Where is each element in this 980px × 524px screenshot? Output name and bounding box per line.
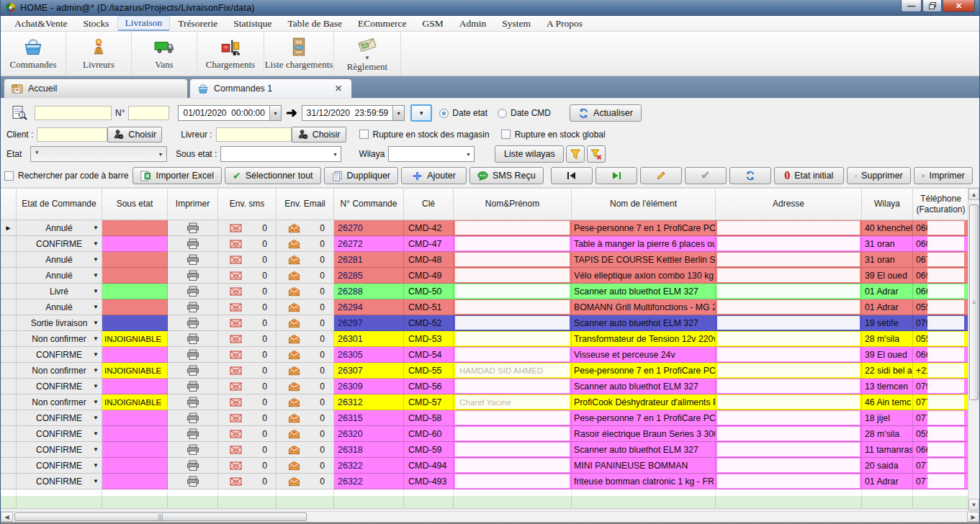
table-row[interactable]: CONFIRME▼0026305CMD-54Visseuse et perceu… (1, 347, 979, 363)
filter-icon[interactable] (566, 145, 585, 163)
importer-excel-button[interactable]: Importer Excel (132, 167, 222, 184)
etat-dropdown-cell[interactable]: CONFIRME▼ (17, 236, 102, 252)
etat-dropdown-cell[interactable]: CONFIRME▼ (17, 426, 102, 442)
imprimer-cell[interactable] (168, 299, 218, 315)
horizontal-scroll-thumb[interactable]: ||| (14, 512, 307, 521)
sms-envelope-icon[interactable] (230, 397, 242, 407)
printer-icon[interactable] (186, 254, 199, 265)
toolbar-button-chargements[interactable]: Chargements (197, 32, 264, 76)
table-row[interactable]: Non confirmer▼INJOIGNIABLE0026307CMD-55H… (1, 363, 979, 379)
env-sms-cell[interactable]: 0 (218, 442, 277, 458)
printer-icon[interactable] (186, 412, 199, 423)
env-email-cell[interactable]: 0 (277, 394, 334, 410)
env-email-cell[interactable]: 0 (277, 458, 334, 474)
rupture-global-checkbox[interactable]: Rupture en stock global (501, 130, 606, 140)
table-row[interactable]: Sortie livraison▼0026297CMD-52Scanner au… (1, 315, 979, 331)
email-envelope-icon[interactable] (288, 397, 301, 407)
menu-item-statistque[interactable]: Statistque (225, 17, 279, 31)
etat-dropdown-cell[interactable]: Annulé▼ (17, 220, 102, 236)
email-envelope-icon[interactable] (288, 302, 301, 312)
etat-dropdown-cell[interactable]: CONFIRME▼ (17, 410, 102, 426)
tab-accueil[interactable]: Accueil (4, 78, 188, 98)
env-sms-cell[interactable]: 0 (218, 315, 277, 331)
printer-icon[interactable] (186, 222, 199, 233)
printer-icon[interactable] (186, 365, 199, 376)
email-envelope-icon[interactable] (288, 239, 301, 249)
menu-item-gsm[interactable]: GSM (415, 17, 451, 31)
imprimer-cell[interactable] (168, 379, 218, 394)
printer-icon[interactable] (186, 381, 199, 392)
env-sms-cell[interactable]: 0 (218, 220, 277, 236)
column-header-sous-etat[interactable]: Sous etat (102, 189, 168, 220)
printer-icon[interactable] (186, 317, 199, 328)
sms-envelope-icon[interactable] (230, 286, 242, 297)
etat-dropdown-cell[interactable]: CONFIRME▼ (17, 379, 102, 394)
email-envelope-icon[interactable] (288, 366, 301, 376)
env-email-cell[interactable]: 0 (277, 379, 334, 394)
sms-envelope-icon[interactable] (230, 381, 242, 392)
liste-wilayas-button[interactable]: Liste wilayas (495, 145, 564, 163)
rupture-magasin-checkbox[interactable]: Rupture en stock des magasin (359, 130, 490, 140)
etat-dropdown-cell[interactable]: Annulé▼ (17, 268, 102, 284)
refresh-button[interactable] (729, 167, 771, 184)
env-sms-cell[interactable]: 0 (218, 426, 277, 442)
printer-icon[interactable] (186, 428, 199, 439)
imprimer-cell[interactable] (168, 268, 218, 284)
table-row[interactable]: Livré▼0026288CMD-50Scanner auto bluethot… (1, 284, 979, 299)
menu-item-stocks[interactable]: Stocks (75, 17, 117, 31)
date-to-picker[interactable]: 31/12/2020 23:59:59 ▼ (302, 105, 405, 121)
etat-dropdown-cell[interactable]: Livré▼ (17, 284, 102, 299)
sms-envelope-icon[interactable] (230, 413, 242, 423)
printer-icon[interactable] (186, 476, 199, 487)
menu-item-achat-vente[interactable]: Achat&Vente (6, 17, 75, 31)
env-sms-cell[interactable]: 0 (218, 394, 277, 410)
env-sms-cell[interactable]: 0 (218, 284, 277, 299)
etat-dropdown-cell[interactable]: CONFIRME▼ (17, 442, 102, 458)
sms-envelope-icon[interactable] (230, 223, 242, 233)
column-header-nom-pr-nom[interactable]: Nom&Prénom (454, 189, 572, 220)
env-email-cell[interactable]: 0 (277, 347, 334, 363)
sms-envelope-icon[interactable] (230, 461, 242, 471)
table-row[interactable]: CONFIRME▼0026315CMD-58Pese-personne 7 en… (1, 410, 979, 426)
menu-item-admin[interactable]: Admin (451, 17, 495, 31)
validate-button[interactable]: ✔ (685, 167, 727, 184)
client-input[interactable] (37, 127, 107, 142)
sms-envelope-icon[interactable] (230, 318, 242, 328)
table-row[interactable]: Non confirmer▼INJOIGNIABLE0026301CMD-53T… (1, 331, 979, 347)
tab-commandes-1[interactable]: Commandes 1 ✕ (189, 78, 352, 98)
printer-icon[interactable] (186, 460, 199, 471)
column-header-imprimer[interactable]: Imprimer (168, 189, 218, 220)
printer-icon[interactable] (186, 302, 199, 312)
etat-dropdown-cell[interactable]: CONFIRME▼ (17, 347, 102, 363)
etat-dropdown-cell[interactable]: Non confirmer▼ (17, 331, 102, 347)
menu-item-table-de-base[interactable]: Table de Base (280, 17, 351, 31)
sms-envelope-icon[interactable] (230, 334, 242, 344)
email-envelope-icon[interactable] (288, 429, 301, 439)
email-envelope-icon[interactable] (288, 271, 301, 281)
env-email-cell[interactable]: 0 (277, 442, 334, 458)
env-email-cell[interactable]: 0 (277, 236, 334, 252)
env-email-cell[interactable]: 0 (277, 331, 334, 347)
printer-icon[interactable] (186, 444, 199, 455)
sous-etat-combobox[interactable]: ▼ (220, 146, 341, 162)
minimize-button[interactable]: — (901, 0, 922, 12)
email-envelope-icon[interactable] (288, 476, 301, 487)
imprimer-cell[interactable] (168, 474, 218, 489)
env-sms-cell[interactable]: 0 (218, 379, 277, 394)
selectionner-tout-button[interactable]: ✔Sélectionner tout (225, 167, 321, 184)
first-record-button[interactable] (551, 167, 593, 184)
printer-icon[interactable] (186, 286, 199, 297)
imprimer-cell[interactable] (168, 442, 218, 458)
imprimer-cell[interactable] (168, 220, 218, 236)
env-email-cell[interactable]: 0 (277, 284, 334, 299)
env-email-cell[interactable]: 0 (277, 268, 334, 284)
search-icon[interactable] (9, 104, 30, 122)
date-options-dropdown[interactable]: ▼ (410, 104, 432, 122)
radio-date-etat[interactable]: Date etat (439, 108, 487, 118)
last-record-button[interactable] (595, 167, 637, 184)
column-header-n-commande[interactable]: N° Commande (334, 189, 404, 220)
table-row[interactable]: Non confirmer▼INJOIGNIABLE0026312CMD-57C… (1, 394, 979, 410)
env-sms-cell[interactable]: 0 (218, 474, 277, 489)
wilaya-combobox[interactable]: ▼ (388, 146, 475, 162)
email-envelope-icon[interactable] (288, 334, 301, 344)
